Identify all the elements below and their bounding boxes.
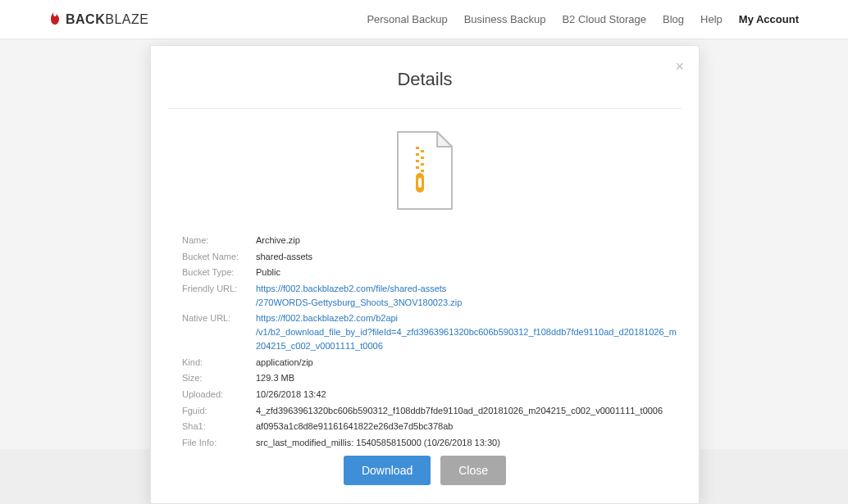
label-bucket-name: Bucket Name: [182,250,256,264]
row-bucket-name: Bucket Name: shared-assets [182,250,681,264]
value-bucket-name: shared-assets [256,250,312,264]
main-nav: Personal Backup Business Backup B2 Cloud… [367,13,799,25]
close-icon[interactable]: × [675,59,684,74]
label-size: Size: [182,371,256,385]
value-fguid: 4_zfd3963961320bc606b590312_f108ddb7fde9… [256,404,663,418]
row-file-info: File Info: src_last_modified_millis: 154… [182,436,681,450]
friendly-url-link[interactable]: https://f002.backblazeb2.com/file/shared… [256,284,462,307]
zip-file-icon [394,130,455,216]
svg-rect-5 [421,163,424,166]
value-native-url: https://f002.backblazeb2.com/b2api /v1/b… [256,311,681,353]
row-name: Name: Archive.zip [182,234,681,247]
svg-rect-2 [416,153,419,156]
row-sha1: Sha1: af0953a1c8d8e91161641822e26d3e7d5b… [182,420,681,434]
label-friendly-url: Friendly URL: [182,282,256,296]
value-sha1: af0953a1c8d8e91161641822e26d3e7d5bc378ab [256,420,453,434]
row-bucket-type: Bucket Type: Public [182,266,681,279]
label-sha1: Sha1: [182,420,256,434]
nav-business-backup[interactable]: Business Backup [464,13,546,25]
modal-footer: Download Close [151,456,699,485]
label-name: Name: [182,234,256,247]
label-bucket-type: Bucket Type: [182,266,256,279]
label-file-info: File Info: [182,436,256,450]
file-icon-wrap [151,130,699,216]
nav-help[interactable]: Help [700,13,723,25]
row-fguid: Fguid: 4_zfd3963961320bc606b590312_f108d… [182,404,681,418]
label-uploaded: Uploaded: [182,388,256,402]
close-button[interactable]: Close [440,456,506,485]
details-modal: × Details [150,45,700,504]
modal-title: Details [167,69,682,109]
value-bucket-type: Public [256,266,280,279]
value-friendly-url: https://f002.backblazeb2.com/file/shared… [256,282,462,310]
label-fguid: Fguid: [182,404,256,418]
row-native-url: Native URL: https://f002.backblazeb2.com… [182,311,681,353]
nav-blog[interactable]: Blog [663,13,684,25]
row-uploaded: Uploaded: 10/26/2018 13:42 [182,388,681,402]
svg-rect-7 [421,170,424,172]
value-size: 129.3 MB [256,371,294,385]
value-kind: application/zip [256,356,313,370]
svg-rect-0 [416,147,419,149]
value-uploaded: 10/26/2018 13:42 [256,388,326,402]
value-name: Archive.zip [256,234,300,247]
label-native-url: Native URL: [182,311,256,325]
row-friendly-url: Friendly URL: https://f002.backblazeb2.c… [182,282,681,310]
nav-b2-cloud-storage[interactable]: B2 Cloud Storage [562,13,646,25]
svg-rect-1 [421,150,424,152]
detail-rows: Name: Archive.zip Bucket Name: shared-as… [151,234,699,450]
native-url-link[interactable]: https://f002.backblazeb2.com/b2api /v1/b… [256,313,677,351]
app-header: BACKBLAZE Personal Backup Business Backu… [0,0,848,39]
row-kind: Kind: application/zip [182,356,681,370]
svg-rect-4 [416,160,419,162]
svg-rect-9 [418,178,422,188]
download-button[interactable]: Download [344,456,431,485]
svg-rect-6 [416,166,419,169]
flame-icon [49,10,61,30]
brand-logo[interactable]: BACKBLAZE [49,10,148,30]
nav-my-account[interactable]: My Account [739,13,799,25]
label-kind: Kind: [182,356,256,370]
row-size: Size: 129.3 MB [182,371,681,385]
nav-personal-backup[interactable]: Personal Backup [367,13,447,25]
svg-rect-3 [421,157,424,159]
brand-text: BACKBLAZE [66,12,148,27]
value-file-info: src_last_modified_millis: 1540585815000 … [256,436,500,450]
